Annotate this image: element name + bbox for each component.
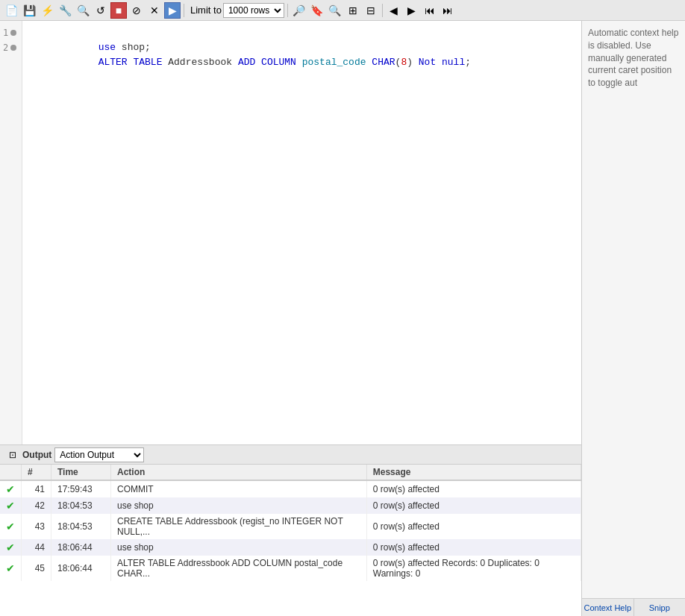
col-num: # bbox=[22, 465, 51, 480]
line-num-2: 2 bbox=[0, 40, 22, 55]
kw-alter: ALTER TABLE bbox=[98, 57, 163, 68]
copy-btn[interactable]: ⊟ bbox=[363, 2, 379, 19]
tooltip-area: Automatic context help is disabled. Use … bbox=[582, 21, 685, 598]
line-numbers: 1 2 bbox=[0, 21, 22, 444]
explain-btn[interactable]: 🔧 bbox=[57, 2, 73, 19]
bookmark-btn[interactable]: 🔖 bbox=[309, 2, 325, 19]
output-header: ⊡ Output Action Output bbox=[0, 445, 581, 465]
status-ok-icon: ✔ bbox=[6, 483, 15, 495]
row-message: 0 row(s) affected bbox=[366, 497, 581, 514]
row-message: 0 row(s) affected bbox=[366, 514, 581, 539]
output-copy-icon[interactable]: ⊡ bbox=[6, 448, 19, 462]
execute-query-btn[interactable]: ⚡ bbox=[39, 2, 55, 19]
execute-selection-btn: ▶ bbox=[164, 2, 181, 19]
prev-btn[interactable]: ◀ bbox=[386, 2, 402, 19]
status-cell: ✔ bbox=[0, 497, 22, 514]
row-message: 0 row(s) affected bbox=[366, 480, 581, 497]
context-help-tab-bar: Context Help Snipp bbox=[582, 598, 685, 616]
table-header-row: # Time Action Message bbox=[0, 465, 581, 480]
row-time: 18:04:53 bbox=[51, 514, 111, 539]
col-action: Action bbox=[111, 465, 367, 480]
kw-postal: postal_code bbox=[302, 57, 366, 68]
kw-shop: shop; bbox=[116, 42, 151, 53]
row-time: 18:06:44 bbox=[51, 539, 111, 556]
separator2 bbox=[287, 4, 288, 17]
row-action: CREATE TABLE Addressbook (regist_no INTE… bbox=[111, 514, 367, 539]
row-time: 18:06:44 bbox=[51, 556, 111, 581]
separator3 bbox=[382, 4, 383, 17]
kw-use: use bbox=[98, 42, 116, 53]
editor-content: 1 2 use shop; ALTER TABLE Addressboo bbox=[0, 21, 581, 444]
kw-addressbook: Addressbook bbox=[162, 57, 237, 68]
context-help-tab[interactable]: Context Help bbox=[582, 599, 634, 616]
status-cell: ✔ bbox=[0, 539, 22, 556]
output-table: # Time Action Message ✔ 41 17:59:43 COMM… bbox=[0, 465, 581, 581]
output-table-container: # Time Action Message ✔ 41 17:59:43 COMM… bbox=[0, 465, 581, 616]
visual-explain-btn[interactable]: 🔍 bbox=[75, 2, 91, 19]
next-btn[interactable]: ▶ bbox=[404, 2, 420, 19]
status-ok-icon: ✔ bbox=[6, 541, 15, 553]
col-status bbox=[0, 465, 22, 480]
output-label: Output bbox=[22, 450, 51, 460]
row-num: 41 bbox=[22, 480, 51, 497]
output-panel: ⊡ Output Action Output # Time bbox=[0, 444, 581, 616]
separator1 bbox=[184, 4, 184, 17]
right-panel: Automatic context help is disabled. Use … bbox=[582, 21, 685, 616]
limit-select[interactable]: 1000 rows 500 rows 100 rows bbox=[223, 3, 284, 18]
stop-btn[interactable]: ■ bbox=[110, 2, 127, 19]
status-cell: ✔ bbox=[0, 556, 22, 581]
kw-char: CHAR bbox=[372, 57, 395, 68]
filter-btn[interactable]: 🔎 bbox=[291, 2, 307, 19]
grid-btn[interactable]: ⊞ bbox=[345, 2, 361, 19]
table-row: ✔ 42 18:04:53 use shop 0 row(s) affected bbox=[0, 497, 581, 514]
line-1-dot bbox=[10, 30, 16, 36]
refresh-btn[interactable]: ↺ bbox=[93, 2, 109, 19]
status-ok-icon: ✔ bbox=[6, 521, 15, 532]
col-time: Time bbox=[51, 465, 111, 480]
row-time: 18:04:53 bbox=[51, 497, 111, 514]
home-btn[interactable]: ⏮ bbox=[422, 2, 438, 19]
status-cell: ✔ bbox=[0, 480, 22, 497]
row-action: use shop bbox=[111, 497, 367, 514]
zoom-btn[interactable]: 🔍 bbox=[327, 2, 343, 19]
skip-btn[interactable]: ⊘ bbox=[128, 2, 145, 19]
main-toolbar: 📄 💾 ⚡ 🔧 🔍 ↺ ■ ⊘ ✕ ▶ Limit to 1000 rows 5… bbox=[0, 0, 685, 21]
cancel-btn[interactable]: ✕ bbox=[146, 2, 163, 19]
limit-dropdown: Limit to 1000 rows 500 rows 100 rows bbox=[190, 3, 284, 18]
save-btn[interactable]: 💾 bbox=[21, 2, 37, 19]
status-ok-icon: ✔ bbox=[6, 562, 15, 574]
snip-tab[interactable]: Snipp bbox=[634, 599, 686, 616]
row-action: use shop bbox=[111, 539, 367, 556]
row-message: 0 row(s) affected bbox=[366, 539, 581, 556]
new-file-btn[interactable]: 📄 bbox=[3, 2, 19, 19]
limit-label: Limit to bbox=[190, 4, 222, 16]
line-num-1: 1 bbox=[0, 25, 22, 40]
row-time: 17:59:43 bbox=[51, 480, 111, 497]
row-num: 45 bbox=[22, 556, 51, 581]
row-action: COMMIT bbox=[111, 480, 367, 497]
editor-area: 1 2 use shop; ALTER TABLE Addressboo bbox=[0, 21, 581, 444]
line-2-dot bbox=[10, 45, 16, 51]
row-num: 44 bbox=[22, 539, 51, 556]
sql-line-1: use shop; bbox=[28, 25, 575, 40]
kw-add-col: ADD COLUMN bbox=[238, 57, 296, 68]
row-message: 0 row(s) affected Records: 0 Duplicates:… bbox=[366, 556, 581, 581]
left-panel: 1 2 use shop; ALTER TABLE Addressboo bbox=[0, 21, 582, 616]
kw-notnull: Not null bbox=[419, 57, 465, 68]
col-message: Message bbox=[366, 465, 581, 480]
row-action: ALTER TABLE Addressbook ADD COLUMN posta… bbox=[111, 556, 367, 581]
status-cell: ✔ bbox=[0, 514, 22, 539]
end-btn[interactable]: ⏭ bbox=[440, 2, 456, 19]
row-num: 42 bbox=[22, 497, 51, 514]
table-row: ✔ 41 17:59:43 COMMIT 0 row(s) affected bbox=[0, 480, 581, 497]
tooltip-text: Automatic context help is disabled. Use … bbox=[588, 28, 678, 88]
action-output-select[interactable]: Action Output bbox=[54, 447, 144, 462]
main-container: 1 2 use shop; ALTER TABLE Addressboo bbox=[0, 21, 685, 616]
status-ok-icon: ✔ bbox=[6, 500, 15, 512]
table-row: ✔ 45 18:06:44 ALTER TABLE Addressbook AD… bbox=[0, 556, 581, 581]
table-row: ✔ 43 18:04:53 CREATE TABLE Addressbook (… bbox=[0, 514, 581, 539]
row-num: 43 bbox=[22, 514, 51, 539]
table-row: ✔ 44 18:06:44 use shop 0 row(s) affected bbox=[0, 539, 581, 556]
sql-code-area[interactable]: use shop; ALTER TABLE Addressbook ADD CO… bbox=[22, 21, 581, 444]
output-select-wrapper: Action Output bbox=[54, 447, 144, 462]
